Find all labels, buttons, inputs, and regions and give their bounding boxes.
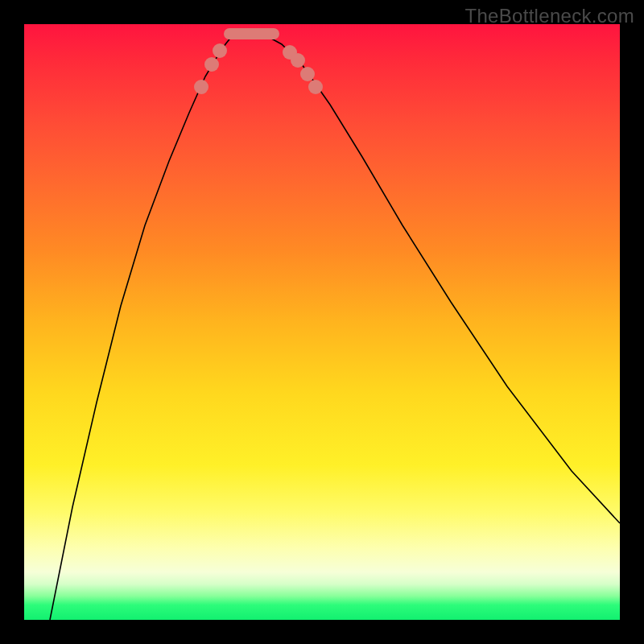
bead-icon [213,43,227,58]
curve-layer [24,24,620,620]
bead-icon [300,67,315,81]
bead-icon [308,80,323,94]
watermark: TheBottleneck.com [464,5,634,27]
plot-area [24,24,620,620]
bead-icon [291,53,305,68]
bead-icon [204,57,219,72]
chart-frame: TheBottleneck.com [0,0,644,644]
bead-icon [194,80,208,94]
bead-markers [194,34,323,94]
bottleneck-curve [50,32,620,620]
